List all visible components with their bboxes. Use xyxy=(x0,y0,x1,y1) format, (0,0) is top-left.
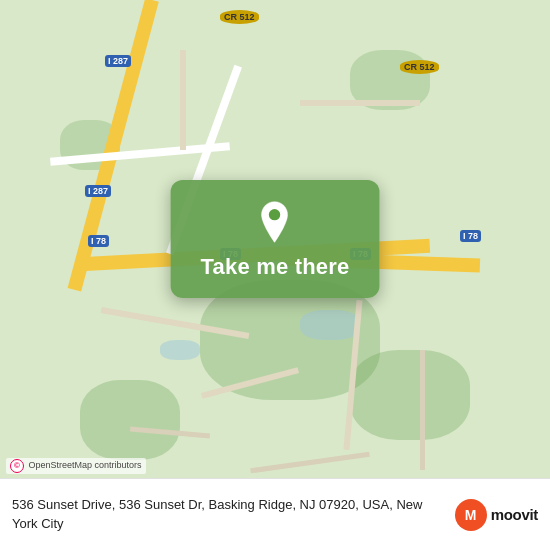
svg-point-0 xyxy=(269,209,280,220)
local-road xyxy=(300,100,420,106)
bottom-bar: 536 Sunset Drive, 536 Sunset Dr, Basking… xyxy=(0,478,550,550)
local-road xyxy=(201,367,299,399)
address-text: 536 Sunset Drive, 536 Sunset Dr, Basking… xyxy=(12,496,445,532)
osm-attribution: © OpenStreetMap contributors xyxy=(6,458,146,474)
highway-badge-i287-top: I 287 xyxy=(105,55,131,67)
highway-badge-cr512-top: CR 512 xyxy=(220,10,259,24)
local-road xyxy=(101,307,250,339)
local-road xyxy=(250,452,370,474)
moovit-logo: M moovit xyxy=(455,499,538,531)
map-pin-icon xyxy=(253,200,297,244)
local-road xyxy=(180,50,186,150)
highway-i287 xyxy=(68,0,159,292)
map-area: I 287 I 287 I 78 I 78 I 78 I 78 CR 512 C… xyxy=(0,0,550,478)
moovit-icon: M xyxy=(455,499,487,531)
highway-badge-i78-left: I 78 xyxy=(88,235,109,247)
highway-badge-i78-far: I 78 xyxy=(460,230,481,242)
location-overlay-card: Take me there xyxy=(171,180,380,298)
local-road xyxy=(130,427,210,439)
highway-badge-i287-mid: I 287 xyxy=(85,185,111,197)
highway-badge-cr512-right: CR 512 xyxy=(400,60,439,74)
take-me-there-button[interactable]: Take me there xyxy=(201,254,350,280)
local-road xyxy=(420,350,425,470)
app-container: I 287 I 287 I 78 I 78 I 78 I 78 CR 512 C… xyxy=(0,0,550,550)
local-road xyxy=(343,300,362,450)
osm-logo-icon: © xyxy=(10,459,24,473)
moovit-label: moovit xyxy=(491,506,538,523)
